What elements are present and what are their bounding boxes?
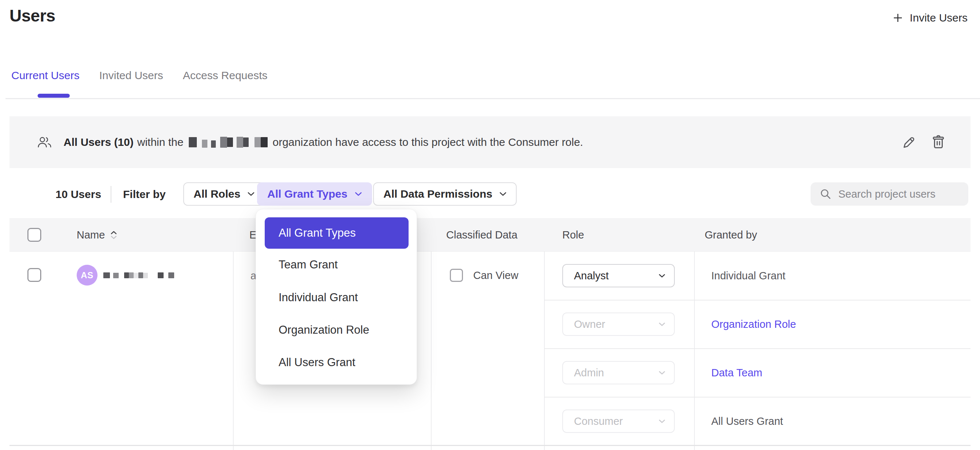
- active-tab-indicator: [38, 94, 70, 98]
- column-header-role: Role: [562, 218, 584, 252]
- page-title: Users: [10, 6, 55, 25]
- column-header-name[interactable]: Name: [77, 218, 117, 252]
- filter-by-label: Filter by: [123, 188, 166, 201]
- all-grant-types-label: All Grant Types: [267, 188, 348, 200]
- column-header-granted-by: Granted by: [705, 218, 757, 252]
- tab-current-users[interactable]: Current Users: [11, 69, 80, 82]
- tabbar-divider: [5, 98, 980, 99]
- tab-bar: Current Users Invited Users Access Reque…: [11, 69, 268, 82]
- user-count: 10 Users: [56, 188, 101, 201]
- column-header-classified-data: Classified Data: [446, 218, 517, 252]
- role-value: Analyst: [574, 270, 609, 282]
- search-box: [811, 182, 968, 206]
- menu-item-individual-grant[interactable]: Individual Grant: [278, 291, 358, 304]
- banner-actions: [901, 116, 947, 168]
- menu-item-organization-role[interactable]: Organization Role: [278, 323, 369, 337]
- name-header-label: Name: [77, 229, 105, 241]
- banner-suffix: organization have access to this project…: [273, 136, 583, 149]
- chevron-down-icon: [659, 274, 665, 278]
- all-roles-label: All Roles: [194, 188, 240, 200]
- select-all-checkbox[interactable]: [27, 228, 41, 242]
- tab-access-requests[interactable]: Access Requests: [183, 69, 268, 82]
- column-divider: [694, 252, 695, 450]
- search-icon: [819, 188, 832, 200]
- chevron-down-icon: [248, 192, 255, 196]
- granted-by-data-team-link[interactable]: Data Team: [711, 367, 762, 379]
- role-select-consumer: Consumer: [562, 409, 675, 433]
- row-checkbox[interactable]: [27, 268, 41, 282]
- all-data-permissions-label: All Data Permissions: [383, 188, 492, 200]
- search-input[interactable]: [838, 188, 959, 200]
- column-divider: [233, 252, 234, 450]
- menu-item-all-users-grant[interactable]: All Users Grant: [278, 356, 355, 369]
- role-value: Admin: [574, 367, 604, 379]
- filter-divider: [111, 186, 111, 203]
- all-roles-dropdown[interactable]: All Roles: [183, 182, 265, 206]
- chevron-down-icon: [659, 322, 665, 326]
- can-view-checkbox[interactable]: [450, 269, 463, 282]
- chevron-down-icon: [659, 371, 665, 375]
- role-value: Consumer: [574, 415, 623, 428]
- grant-types-menu: All Grant Types Team Grant Individual Gr…: [256, 209, 417, 385]
- subrow-divider: [544, 300, 970, 301]
- banner-middle: within the: [137, 136, 184, 149]
- table-header: Name Email Classified Data Role Granted …: [10, 218, 970, 252]
- sort-icon: [111, 231, 117, 239]
- avatar: AS: [77, 265, 97, 285]
- invite-users-label: Invite Users: [910, 12, 967, 24]
- all-data-permissions-dropdown[interactable]: All Data Permissions: [373, 182, 517, 206]
- role-value: Owner: [574, 318, 605, 330]
- role-select-owner: Owner: [562, 312, 675, 336]
- all-users-banner: All Users (10) within the organization h…: [10, 116, 970, 168]
- all-grant-types-dropdown[interactable]: All Grant Types: [257, 182, 372, 206]
- delete-icon[interactable]: [930, 134, 947, 150]
- banner-text: All Users (10) within the organization h…: [64, 136, 583, 149]
- classified-data-cell: Can View: [450, 269, 519, 282]
- granted-by-individual-grant: Individual Grant: [711, 270, 785, 282]
- plus-icon: [892, 13, 903, 23]
- redacted-org-name: [189, 137, 268, 148]
- subrow-divider: [544, 348, 970, 349]
- granted-by-organization-role-link[interactable]: Organization Role: [711, 318, 796, 330]
- tab-invited-users[interactable]: Invited Users: [99, 69, 163, 82]
- banner-bold: All Users (10): [64, 136, 134, 149]
- column-divider: [431, 252, 431, 450]
- menu-item-team-grant[interactable]: Team Grant: [278, 258, 338, 271]
- redacted-user-name: [103, 273, 174, 278]
- chevron-down-icon: [659, 419, 665, 423]
- users-page: Users Invite Users Current Users Invited…: [0, 0, 980, 450]
- chevron-down-icon: [355, 192, 362, 196]
- column-divider: [544, 252, 545, 450]
- can-view-label: Can View: [473, 269, 519, 282]
- granted-by-all-users-grant: All Users Grant: [711, 415, 783, 428]
- chevron-down-icon: [500, 192, 506, 196]
- people-icon: [37, 136, 52, 149]
- role-select-analyst[interactable]: Analyst: [562, 264, 675, 287]
- role-select-admin: Admin: [562, 361, 675, 384]
- row-divider: [10, 445, 970, 446]
- subrow-divider: [544, 397, 970, 398]
- invite-users-button[interactable]: Invite Users: [892, 12, 967, 24]
- menu-item-all-grant-types[interactable]: All Grant Types: [265, 217, 409, 249]
- edit-icon[interactable]: [901, 134, 917, 150]
